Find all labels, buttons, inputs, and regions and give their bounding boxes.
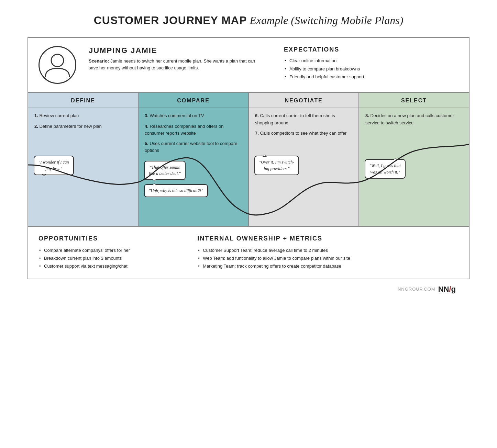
- persona-name: JUMPING JAMIE: [89, 46, 263, 55]
- bubble-select-area: "Well, I guess thatwas all worth it.": [359, 156, 469, 181]
- phase-define-header: DEFINE: [28, 93, 138, 108]
- expectations-section: EXPECTATIONS Clear online information Ab…: [270, 46, 459, 81]
- page-title: CUSTOMER JOURNEY MAP Example (Switching …: [27, 14, 470, 27]
- avatar: [38, 46, 76, 84]
- phase-select-label: SELECT: [401, 98, 427, 103]
- phase-compare-header: COMPARE: [139, 93, 248, 108]
- step-1: 1. Review current plan: [34, 112, 132, 119]
- step-2: 2. Define parameters for new plan: [34, 123, 132, 130]
- bottom-section: OPPORTUNITIES Compare alternate companys…: [28, 227, 469, 279]
- list-item: Customer support via text messaging/chat: [38, 262, 184, 270]
- svg-point-0: [51, 54, 64, 67]
- opportunities-title: OPPORTUNITIES: [38, 235, 184, 242]
- step-7: 7. Calls competitors to see what they ca…: [255, 130, 352, 137]
- phase-select: SELECT 8. Decides on a new plan and call…: [359, 93, 469, 226]
- list-item: Marketing Team: track competing offers t…: [197, 262, 459, 270]
- list-item: Clear online information: [284, 57, 459, 65]
- phase-negotiate-steps: 6. Calls current carrier to tell them sh…: [249, 108, 358, 156]
- internal-title: INTERNAL OWNERSHIP + METRICS: [197, 235, 459, 242]
- expectations-list: Clear online information Ability to comp…: [284, 57, 459, 81]
- step-3: 3. Watches commercial on TV: [145, 112, 242, 119]
- footer-site: NNGROUP.COM: [398, 287, 435, 292]
- list-item: Breakdown current plan into $ amounts: [38, 254, 184, 262]
- bubble-compare-low-area: "Ugh, why is this so difficult?!": [139, 183, 248, 200]
- phase-compare-steps: 3. Watches commercial on TV 4. Researche…: [139, 108, 248, 161]
- phase-negotiate-label: NEGOTIATE: [285, 98, 322, 103]
- curve-spacer-negotiate: [249, 178, 358, 223]
- persona-info: JUMPING JAMIE Scenario: Jamie needs to s…: [83, 46, 263, 71]
- list-item: Web Team: add funtionality to allow Jami…: [197, 254, 459, 262]
- bubble-compare-top: "That offer seemslike a better deal.": [144, 161, 186, 180]
- opportunities-list: Compare alternate companys' offers for h…: [38, 246, 184, 270]
- list-item: Compare alternate companys' offers for h…: [38, 246, 184, 254]
- bubble-negotiate: "Over it. I'm switch-ing providers.": [254, 156, 299, 175]
- internal-col: INTERNAL OWNERSHIP + METRICS Customer Su…: [197, 235, 459, 270]
- bubble-compare-low: "Ugh, why is this so difficult?!": [144, 184, 208, 197]
- step-5: 5. Uses current carrier website tool to …: [145, 140, 242, 154]
- list-item: Ability to compare plan breakdowns: [284, 65, 459, 73]
- logo-nn: NN: [438, 285, 449, 293]
- phase-select-steps: 8. Decides on a new plan and calls custo…: [359, 108, 469, 156]
- curve-spacer-compare: [139, 200, 248, 203]
- curve-spacer-define: [28, 178, 138, 223]
- curve-spacer-select: [359, 181, 469, 226]
- persona-scenario: Scenario: Jamie needs to switch her curr…: [89, 58, 263, 71]
- phase-select-header: SELECT: [359, 93, 469, 108]
- top-section: JUMPING JAMIE Scenario: Jamie needs to s…: [28, 38, 469, 93]
- footer: NNGROUP.COM NN/g: [27, 279, 470, 297]
- title-italic: Example (Switching Mobile Plans): [250, 14, 403, 26]
- phases-columns: DEFINE 1. Review current plan 2. Define …: [28, 93, 469, 226]
- phase-compare: COMPARE 3. Watches commercial on TV 4. R…: [139, 93, 249, 226]
- phase-negotiate: NEGOTIATE 6. Calls current carrier to te…: [249, 93, 359, 226]
- title-bold: CUSTOMER JOURNEY MAP: [94, 14, 247, 26]
- phase-define-steps: 1. Review current plan 2. Define paramet…: [28, 108, 138, 156]
- bubble-compare-top-area: "That offer seemslike a better deal.": [139, 161, 248, 183]
- list-item: Friendly and helpful customer support: [284, 73, 459, 81]
- bubble-define: "I wonder if I canpay less.": [34, 156, 74, 175]
- phase-negotiate-header: NEGOTIATE: [249, 93, 358, 108]
- bubble-define-area: "I wonder if I canpay less.": [28, 156, 138, 178]
- step-8: 8. Decides on a new plan and calls custo…: [365, 112, 463, 126]
- bubble-select: "Well, I guess thatwas all worth it.": [365, 159, 406, 178]
- footer-logo: NN/g: [438, 285, 456, 294]
- step-6: 6. Calls current carrier to tell them sh…: [255, 112, 352, 126]
- phases-wrapper: DEFINE 1. Review current plan 2. Define …: [28, 93, 469, 226]
- opportunities-col: OPPORTUNITIES Compare alternate companys…: [38, 235, 184, 270]
- step-4: 4. Researches companies and offers on co…: [145, 123, 242, 137]
- bubble-negotiate-area: "Over it. I'm switch-ing providers.": [249, 156, 358, 178]
- internal-list: Customer Support Team: reduce average ca…: [197, 246, 459, 270]
- phase-define: DEFINE 1. Review current plan 2. Define …: [28, 93, 139, 226]
- phase-define-label: DEFINE: [71, 98, 95, 103]
- main-container: JUMPING JAMIE Scenario: Jamie needs to s…: [27, 37, 470, 279]
- phase-compare-label: COMPARE: [177, 98, 210, 103]
- scenario-text: Jamie needs to switch her current mobile…: [89, 58, 255, 70]
- list-item: Customer Support Team: reduce average ca…: [197, 246, 459, 254]
- logo-g: g: [451, 285, 456, 293]
- expectations-title: EXPECTATIONS: [284, 46, 459, 53]
